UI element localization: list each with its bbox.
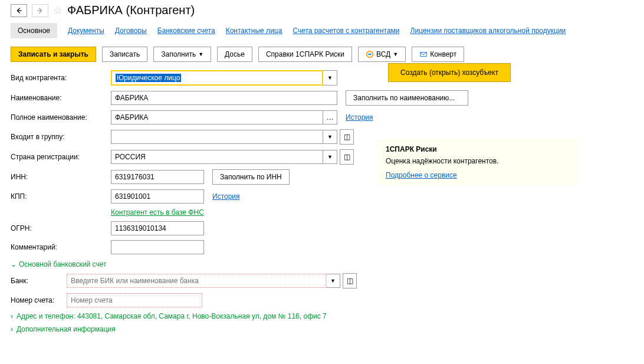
comment-input[interactable] (111, 240, 204, 254)
inn-input[interactable] (111, 170, 204, 184)
type-label: Вид контрагента: (11, 74, 111, 82)
country-input[interactable] (111, 150, 323, 164)
chevron-down-icon: ▼ (198, 51, 203, 57)
accnum-label: Номер счета: (11, 296, 67, 304)
envelope-button[interactable]: Конверт (412, 47, 464, 62)
group-dropdown-button[interactable]: ▼ (323, 130, 337, 144)
arrow-right-icon (36, 6, 44, 15)
tab-licenses[interactable]: Лицензии поставщиков алкогольной продукц… (410, 27, 566, 35)
save-button[interactable]: Записать (102, 47, 147, 62)
bank-label: Банк: (11, 277, 67, 285)
kpp-label: КПП: (11, 192, 111, 201)
group-input[interactable] (111, 130, 323, 144)
bank-section-toggle[interactable]: ⌄ Основной банковский счет (11, 260, 633, 268)
vsd-button[interactable]: ВСД ▼ (358, 47, 406, 62)
accnum-input[interactable] (67, 293, 202, 307)
chevron-right-icon: › (11, 325, 13, 333)
country-open-button[interactable]: ◫ (340, 149, 354, 165)
fullname-history-link[interactable]: История (346, 113, 373, 122)
fill-button[interactable]: Заполнить ▼ (153, 47, 211, 62)
vsd-dropdown-item[interactable]: Создать (открыть) хозсубъект (388, 63, 511, 82)
kpp-input[interactable] (111, 189, 204, 204)
spark-info-box: 1СПАРК Риски Оценка надёжности контраген… (377, 139, 578, 185)
country-label: Страна регистрации: (11, 153, 111, 161)
tab-contacts[interactable]: Контактные лица (226, 27, 282, 35)
chevron-down-icon: ⌄ (11, 260, 17, 268)
tab-bar: Основное Документы Договоры Банковские с… (11, 23, 633, 38)
chevron-down-icon: ▼ (330, 278, 336, 284)
type-input[interactable]: Юридическое лицо (111, 70, 323, 86)
bank-input[interactable] (67, 274, 326, 288)
group-label: Входит в группу: (11, 133, 111, 141)
bank-open-button[interactable]: ◫ (343, 273, 357, 288)
address-section-toggle[interactable]: › Адрес и телефон: 443081, Самарская обл… (11, 312, 633, 320)
group-open-button[interactable]: ◫ (340, 129, 354, 145)
tab-bank-accounts[interactable]: Банковские счета (157, 27, 215, 35)
tab-main[interactable]: Основное (11, 23, 57, 38)
spark-title: 1СПАРК Риски (386, 145, 570, 153)
bank-dropdown-button[interactable]: ▼ (326, 274, 340, 288)
country-dropdown-button[interactable]: ▼ (323, 150, 337, 164)
ogrn-input[interactable] (111, 221, 204, 235)
type-dropdown-button[interactable]: ▼ (323, 70, 337, 86)
chevron-down-icon: ▼ (327, 75, 333, 81)
fullname-input[interactable] (111, 110, 323, 124)
page-title: ФАБРИКА (Контрагент) (67, 4, 195, 17)
spark-text: Оценка надёжности контрагентов. (386, 157, 570, 165)
kpp-history-link[interactable]: История (212, 192, 240, 201)
toolbar: Записать и закрыть Записать Заполнить ▼ … (11, 47, 633, 62)
chevron-down-icon: ▼ (393, 51, 398, 57)
envelope-icon (419, 50, 428, 58)
extra-section-toggle[interactable]: › Дополнительная информация (11, 325, 633, 333)
dossier-button[interactable]: Досье (217, 47, 252, 62)
ogrn-label: ОГРН: (11, 224, 111, 232)
chevron-down-icon: ▼ (327, 154, 333, 160)
fullname-label: Полное наименование: (11, 113, 111, 122)
inn-label: ИНН: (11, 173, 111, 181)
fill-by-inn-button[interactable]: Заполнить по ИНН (212, 169, 290, 185)
comment-label: Комментарий: (11, 243, 111, 251)
name-label: Наименование: (11, 94, 111, 102)
tab-documents[interactable]: Документы (68, 27, 104, 35)
save-close-button[interactable]: Записать и закрыть (11, 47, 96, 62)
open-external-icon: ◫ (347, 277, 353, 285)
fill-by-name-button[interactable]: Заполнить по наименованию... (346, 90, 468, 106)
fullname-more-button[interactable]: … (323, 110, 337, 124)
fns-link[interactable]: Контрагент есть в базе ФНС (111, 208, 204, 217)
vsd-icon (366, 50, 374, 58)
nav-forward-button[interactable] (32, 4, 48, 17)
favorite-star-icon[interactable]: ☆ (53, 4, 63, 17)
nav-back-button[interactable] (11, 4, 27, 17)
spark-more-link[interactable]: Подробнее о сервисе (386, 171, 457, 179)
chevron-right-icon: › (11, 312, 13, 320)
tab-contracts[interactable]: Договоры (115, 27, 147, 35)
tab-settlement[interactable]: Счета расчетов с контрагентами (293, 27, 399, 35)
name-input[interactable] (111, 91, 337, 105)
sparks-button[interactable]: Справки 1СПАРК Риски (258, 47, 352, 62)
chevron-down-icon: ▼ (327, 134, 333, 140)
open-external-icon: ◫ (344, 133, 350, 141)
open-external-icon: ◫ (344, 153, 350, 161)
arrow-left-icon (15, 6, 23, 15)
